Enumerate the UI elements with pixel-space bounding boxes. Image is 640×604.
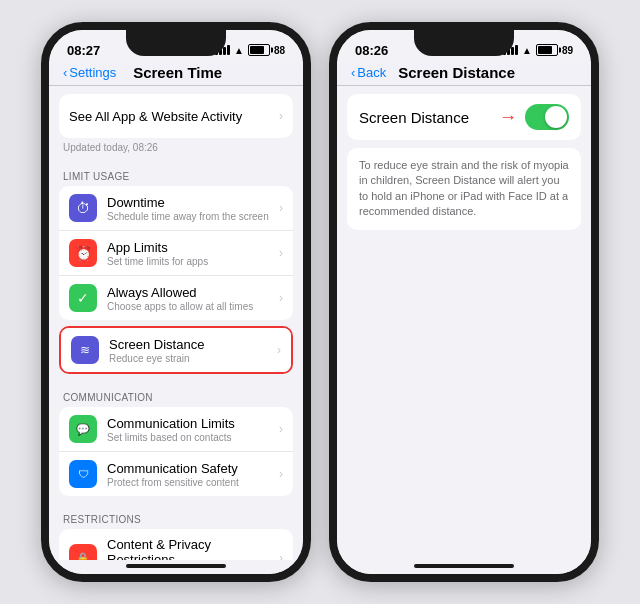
content-privacy-item[interactable]: 🔒 Content & Privacy Restrictions Block i…: [59, 529, 293, 560]
limit-usage-group: ⏱ Downtime Schedule time away from the s…: [59, 186, 293, 320]
battery-pct-left: 88: [274, 45, 285, 56]
toggle-label: Screen Distance: [359, 109, 469, 126]
moon-icon-left: 🌙: [199, 45, 211, 56]
screen-distance-subtitle: Reduce eye strain: [109, 353, 271, 364]
nav-title-left: Screen Time: [116, 64, 239, 81]
signal-icon-right: [503, 45, 518, 55]
restrictions-group: 🔒 Content & Privacy Restrictions Block i…: [59, 529, 293, 560]
communication-group: 💬 Communication Limits Set limits based …: [59, 407, 293, 496]
comm-limits-icon: 💬: [69, 415, 97, 443]
arrow-right-icon: →: [499, 107, 517, 128]
chevron-comm-safety: ›: [279, 467, 283, 481]
nav-bar-right: ‹ Back Screen Distance: [337, 62, 591, 86]
screen-distance-title: Screen Distance: [109, 337, 271, 352]
app-limits-subtitle: Set time limits for apps: [107, 256, 273, 267]
home-indicator-left: [126, 564, 226, 568]
restrictions-header: RESTRICTIONS: [49, 502, 303, 529]
battery-icon-left: [248, 44, 270, 56]
back-label-right: Back: [357, 65, 386, 80]
toggle-knob: [545, 106, 567, 128]
downtime-title: Downtime: [107, 195, 273, 210]
comm-safety-subtitle: Protect from sensitive content: [107, 477, 273, 488]
comm-safety-icon: 🛡: [69, 460, 97, 488]
battery-icon-right: [536, 44, 558, 56]
screen-distance-item[interactable]: ≋ Screen Distance Reduce eye strain ›: [61, 328, 291, 372]
always-allowed-title: Always Allowed: [107, 285, 273, 300]
status-icons-right: 🌙 ▲ 89: [487, 44, 573, 56]
comm-limits-item[interactable]: 💬 Communication Limits Set limits based …: [59, 407, 293, 452]
wifi-icon-right: ▲: [522, 45, 532, 56]
wifi-icon-left: ▲: [234, 45, 244, 56]
app-limits-title: App Limits: [107, 240, 273, 255]
comm-safety-item[interactable]: 🛡 Communication Safety Protect from sens…: [59, 452, 293, 496]
nav-title-right: Screen Distance: [386, 64, 527, 81]
content-left: See All App & Website Activity › Updated…: [49, 86, 303, 560]
comm-safety-title: Communication Safety: [107, 461, 273, 476]
moon-icon-right: 🌙: [487, 45, 499, 56]
downtime-item[interactable]: ⏱ Downtime Schedule time away from the s…: [59, 186, 293, 231]
time-right: 08:26: [355, 43, 388, 58]
chevron-screen-distance: ›: [277, 343, 281, 357]
status-icons-left: 🌙 ▲ 88: [199, 44, 285, 56]
phone-left: 08:27 🌙 ▲ 88 ‹ Settings Screen Time: [41, 22, 311, 582]
app-limits-icon: ⏰: [69, 239, 97, 267]
toggle-arrow-area: →: [499, 104, 569, 130]
see-all-group: See All App & Website Activity ›: [59, 94, 293, 138]
chevron-content-privacy: ›: [279, 551, 283, 560]
screen-distance-highlighted: ≋ Screen Distance Reduce eye strain ›: [59, 326, 293, 374]
see-all-note: Updated today, 08:26: [49, 140, 303, 159]
screen-distance-toggle[interactable]: [525, 104, 569, 130]
nav-bar-left: ‹ Settings Screen Time: [49, 62, 303, 86]
chevron-left-icon: ‹: [63, 65, 67, 80]
app-limits-item[interactable]: ⏰ App Limits Set time limits for apps ›: [59, 231, 293, 276]
chevron-always-allowed: ›: [279, 291, 283, 305]
back-label-left: Settings: [69, 65, 116, 80]
see-all-title: See All App & Website Activity: [69, 109, 273, 124]
always-allowed-subtitle: Choose apps to allow at all times: [107, 301, 273, 312]
time-left: 08:27: [67, 43, 100, 58]
content-privacy-icon: 🔒: [69, 544, 97, 560]
comm-limits-title: Communication Limits: [107, 416, 273, 431]
limit-usage-header: LIMIT USAGE: [49, 159, 303, 186]
chevron-app-limits: ›: [279, 246, 283, 260]
signal-icon-left: [215, 45, 230, 55]
chevron-comm-limits: ›: [279, 422, 283, 436]
screen-distance-icon: ≋: [71, 336, 99, 364]
status-bar-right: 08:26 🌙 ▲ 89: [337, 30, 591, 62]
chevron-see-all: ›: [279, 109, 283, 123]
status-bar-left: 08:27 🌙 ▲ 88: [49, 30, 303, 62]
downtime-icon: ⏱: [69, 194, 97, 222]
description-text: To reduce eye strain and the risk of myo…: [359, 158, 569, 220]
content-right: Screen Distance → To reduce eye strain a…: [337, 86, 591, 560]
chevron-left-icon-right: ‹: [351, 65, 355, 80]
chevron-downtime: ›: [279, 201, 283, 215]
see-all-item[interactable]: See All App & Website Activity ›: [59, 94, 293, 138]
downtime-subtitle: Schedule time away from the screen: [107, 211, 273, 222]
content-privacy-title: Content & Privacy Restrictions: [107, 537, 273, 560]
screen-distance-toggle-row: Screen Distance →: [347, 94, 581, 140]
always-allowed-icon: ✓: [69, 284, 97, 312]
always-allowed-item[interactable]: ✓ Always Allowed Choose apps to allow at…: [59, 276, 293, 320]
back-button-right[interactable]: ‹ Back: [351, 65, 386, 80]
comm-limits-subtitle: Set limits based on contacts: [107, 432, 273, 443]
description-box: To reduce eye strain and the risk of myo…: [347, 148, 581, 230]
phone-right: 08:26 🌙 ▲ 89 ‹ Back Screen Distance: [329, 22, 599, 582]
communication-header: COMMUNICATION: [49, 380, 303, 407]
home-indicator-right: [414, 564, 514, 568]
back-button-left[interactable]: ‹ Settings: [63, 65, 116, 80]
battery-pct-right: 89: [562, 45, 573, 56]
